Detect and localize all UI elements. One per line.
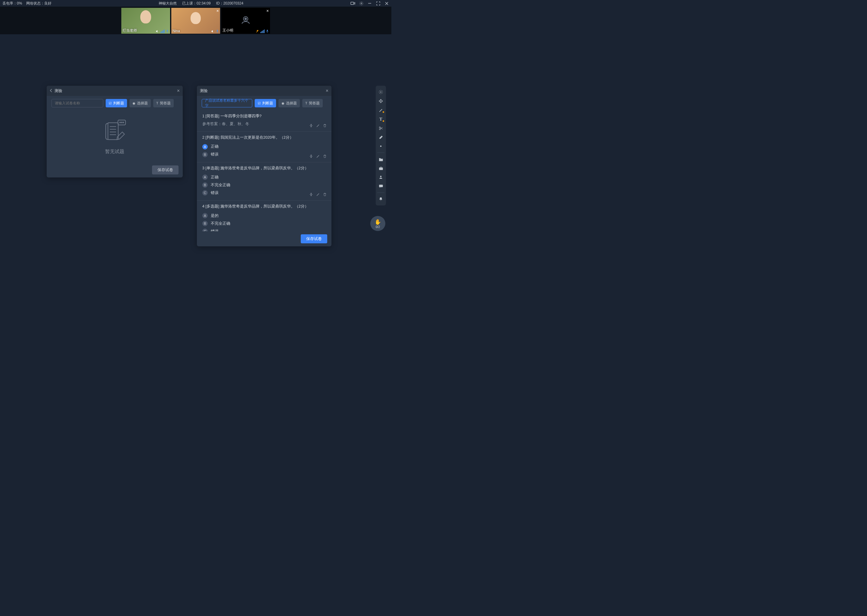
scissors-tool-icon[interactable] <box>377 124 385 132</box>
question-actions <box>309 231 326 231</box>
add-short-answer-button[interactable]: T 简答题 <box>302 99 323 107</box>
svg-point-8 <box>245 18 247 20</box>
svg-rect-11 <box>267 30 268 31</box>
close-window-icon[interactable] <box>384 1 389 6</box>
empty-text: 暂无试题 <box>105 149 125 155</box>
folder-icon[interactable] <box>377 155 385 163</box>
option-letter: A <box>202 144 208 149</box>
close-icon[interactable]: × <box>216 8 219 13</box>
judge-icon: ☑ <box>258 101 261 105</box>
option-text: 错误 <box>211 229 219 232</box>
settings-icon[interactable] <box>359 1 364 6</box>
video-tile-student-1[interactable]: × Nina <box>171 8 220 34</box>
question-list[interactable]: 1 [简答题] 一年四季分别是哪四季?参考答案：春、夏、秋、冬2 [判断题] 我… <box>197 110 331 231</box>
svg-point-20 <box>123 122 124 123</box>
svg-point-19 <box>121 122 122 123</box>
add-judge-button[interactable]: ☑ 判断题 <box>106 99 127 107</box>
move-icon[interactable] <box>309 231 313 231</box>
answer-reference: 参考答案：春、夏、秋、冬 <box>202 121 326 127</box>
save-quiz-button[interactable]: 保存试卷 <box>152 165 178 174</box>
option-letter: C <box>202 229 208 231</box>
edit-icon[interactable] <box>316 231 320 231</box>
pen-tool-icon[interactable] <box>377 106 385 114</box>
eraser-tool-icon[interactable] <box>377 133 385 141</box>
bell-icon[interactable] <box>377 195 385 203</box>
svg-point-26 <box>380 176 382 177</box>
delete-icon[interactable] <box>323 193 326 197</box>
elapsed-time-label: 已上课：02:34:09 <box>182 1 211 6</box>
video-name-label: Nina <box>172 29 180 33</box>
delete-icon[interactable] <box>323 154 326 159</box>
move-icon[interactable] <box>309 154 313 159</box>
close-icon[interactable]: × <box>177 88 180 94</box>
class-title: 神秘大自然 <box>159 1 177 6</box>
option-text: 错误 <box>211 190 219 195</box>
back-icon[interactable] <box>50 89 53 93</box>
option-letter: A <box>202 213 208 218</box>
question-actions <box>309 154 326 159</box>
edit-icon[interactable] <box>316 124 320 129</box>
svg-rect-0 <box>351 2 354 5</box>
add-choice-button[interactable]: ◉ 选择题 <box>129 99 151 107</box>
brightness-tool-icon[interactable] <box>377 142 385 150</box>
option-row[interactable]: B不完全正确 <box>202 220 326 227</box>
person-icon[interactable] <box>377 173 385 181</box>
svg-point-21 <box>380 92 381 93</box>
move-tool-icon[interactable] <box>377 97 385 105</box>
video-name-label: 叮当老师 <box>123 28 137 33</box>
option-row[interactable]: A是的 <box>202 212 326 220</box>
network-status-label: 网络状态：良好 <box>26 1 52 6</box>
move-icon[interactable] <box>309 124 313 129</box>
signal-icon <box>161 30 165 33</box>
option-row[interactable]: C错误 <box>202 189 326 197</box>
pointer-tool-icon[interactable] <box>377 88 385 96</box>
quiz-toolbar: ☑ 判断题 ◉ 选择题 T 简答题 <box>47 96 183 110</box>
add-judge-button[interactable]: ☑ 判断题 <box>255 99 276 107</box>
question-title: 2 [判断题] 我国宪法上一次更新是在2020年。（2分） <box>202 135 326 140</box>
question-title: 1 [简答题] 一年四季分别是哪四季? <box>202 113 326 119</box>
move-icon[interactable] <box>309 193 313 197</box>
briefcase-icon[interactable] <box>377 164 385 172</box>
option-row[interactable]: B不完全正确 <box>202 181 326 189</box>
choice-icon: ◉ <box>132 101 136 105</box>
option-text: 不完全正确 <box>211 182 230 188</box>
raise-hand-fab[interactable]: ✋ 0/2 <box>370 216 385 231</box>
quiz-panel-empty: 测验 × ☑ 判断题 ◉ 选择题 T 简答题 <box>47 86 183 178</box>
option-text: 是的 <box>211 213 219 218</box>
save-quiz-button[interactable]: 保存试卷 <box>301 234 327 244</box>
option-text: 正确 <box>211 144 219 149</box>
mic-icon <box>216 30 219 33</box>
svg-rect-5 <box>167 30 168 31</box>
close-icon[interactable]: × <box>266 8 269 13</box>
maximize-icon[interactable] <box>376 1 380 6</box>
delete-icon[interactable] <box>323 231 326 231</box>
minimize-icon[interactable] <box>367 1 372 6</box>
option-row[interactable]: A正确 <box>202 143 326 151</box>
video-name-label: 王小明 <box>222 28 233 33</box>
quiz-toolbar: 产品说试卷名称最多十六个字 ☑ 判断题 ◉ 选择题 T 简答题 <box>197 96 331 110</box>
svg-point-18 <box>120 122 121 123</box>
edit-icon[interactable] <box>316 193 320 197</box>
add-short-answer-button[interactable]: T 简答题 <box>153 99 174 107</box>
question-actions <box>309 193 326 197</box>
option-row[interactable]: C错误 <box>202 227 326 231</box>
add-choice-button[interactable]: ◉ 选择题 <box>279 99 300 107</box>
svg-point-1 <box>361 3 362 4</box>
text-tool-icon[interactable]: T <box>377 115 385 123</box>
option-row[interactable]: A正确 <box>202 173 326 181</box>
video-tile-student-2[interactable]: × 王小明 <box>221 8 270 34</box>
option-row[interactable]: B错误 <box>202 151 326 159</box>
quiz-name-input[interactable]: 产品说试卷名称最多十六个字 <box>202 99 252 107</box>
hand-count: 0/2 <box>376 225 380 229</box>
quiz-name-input[interactable] <box>52 99 103 107</box>
camera-toggle-icon[interactable] <box>350 1 355 6</box>
hand-icon: ✋ <box>375 218 381 225</box>
text-icon: T <box>156 101 158 105</box>
option-letter: C <box>202 190 208 195</box>
video-tile-teacher[interactable]: 叮当老师 <box>121 8 170 34</box>
chat-icon[interactable] <box>377 182 385 190</box>
delete-icon[interactable] <box>323 124 326 129</box>
edit-icon[interactable] <box>316 154 320 159</box>
option-text: 错误 <box>211 152 219 157</box>
close-icon[interactable]: × <box>326 88 328 94</box>
